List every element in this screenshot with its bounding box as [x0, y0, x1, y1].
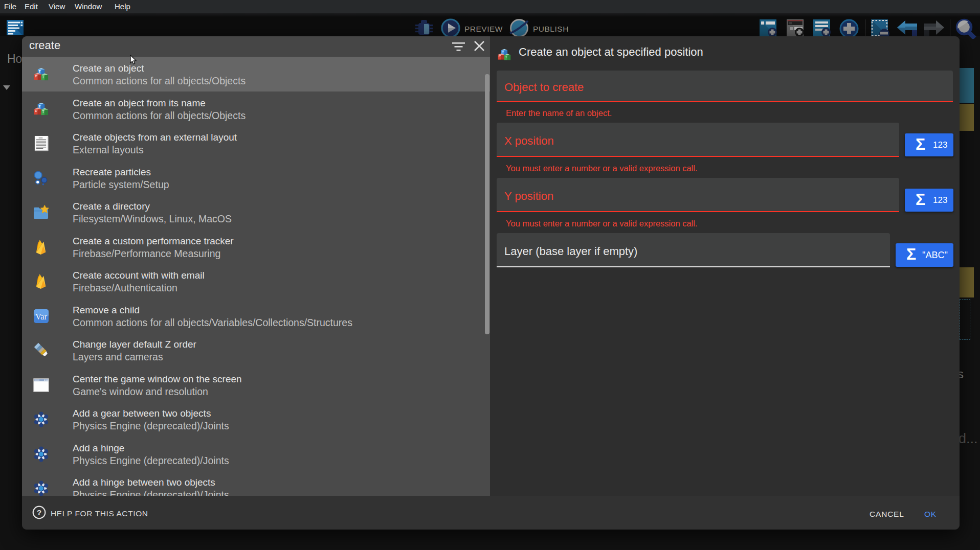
svg-text:?: ? [37, 508, 41, 517]
